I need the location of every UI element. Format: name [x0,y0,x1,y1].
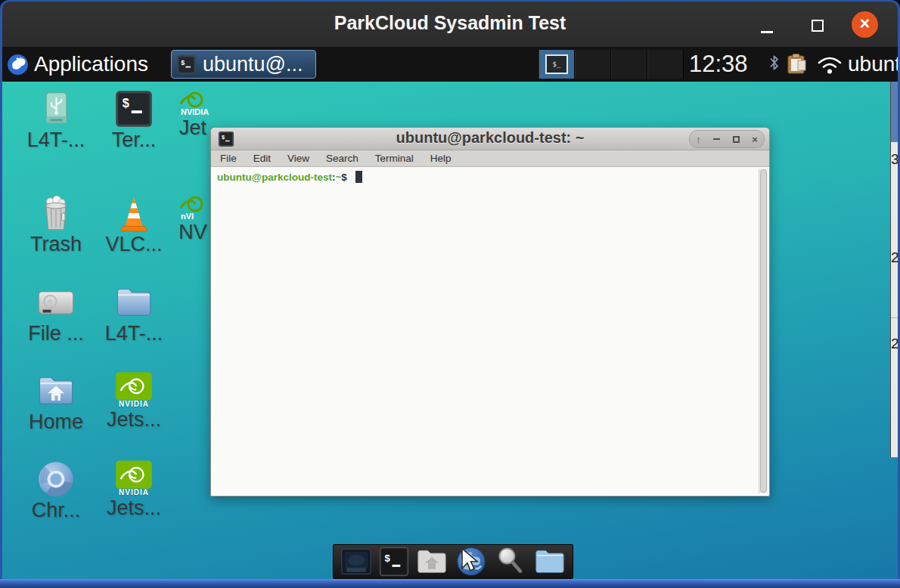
show-desktop-icon[interactable] [340,546,373,577]
menu-view[interactable]: View [287,153,309,164]
menu-file[interactable]: File [220,153,237,164]
svg-text:NVIDIA: NVIDIA [181,107,209,116]
close-button[interactable]: × [852,11,878,38]
terminal-menubar: File Edit View Search Terminal Help [211,150,769,167]
usb-drive-icon [36,89,76,128]
home-folder-icon[interactable] [415,546,448,577]
workspace-3[interactable] [611,50,647,79]
desktop-icon-terminal[interactable]: $ Ter... [95,89,173,152]
desktop-icon-label: Jets... [95,497,173,520]
remote-viewer-window: ParkCloud Sysadmin Test × Applications $ [0,0,900,588]
nvidia-jetson-icon [114,371,154,401]
minimize-button[interactable] [713,138,720,140]
wifi-icon[interactable] [816,55,843,78]
taskbar-button-terminal[interactable]: $ ubuntu@... [171,50,316,79]
svg-text:$: $ [385,552,391,564]
desktop-icon-label: NV [172,221,214,244]
applications-label: Applications [34,52,148,76]
trash-icon [36,193,76,233]
hard-drive-icon [36,283,76,322]
desktop-icon-label: Home [17,410,95,434]
desktop-icon-filesystem[interactable]: File ... [17,283,95,345]
nvidia-wordmark: NVIDIA [95,488,173,497]
applications-menu[interactable]: Applications [7,52,148,76]
edge-window-digit: 2 [891,249,898,266]
desktop-icon-label: File ... [17,322,95,345]
desktop-icon-label: Jets... [95,408,173,432]
nvidia-jetson-icon: NVIDIA [175,89,211,116]
prompt-user-host: ubuntu@parkcloud-test [217,172,332,183]
app-titlebar[interactable]: ParkCloud Sysadmin Test × [2,2,898,47]
desktop-icon-label: L4T-... [95,322,173,345]
terminal-titlebar[interactable]: $ ubuntu@parkcloud-test: ~ ↑ × [211,128,769,150]
desktop-icon-chromium[interactable]: Chr... [17,460,95,522]
distro-logo-icon [7,54,29,76]
bluetooth-icon[interactable] [769,54,779,75]
terminal-scrollbar[interactable] [759,169,768,494]
search-icon[interactable] [494,545,527,578]
vlc-cone-icon [114,193,154,233]
home-folder-icon [36,371,76,410]
dock: $ [333,544,573,579]
edge-window[interactable]: 3 2 2 [890,82,898,457]
desktop-icon-trash[interactable]: Trash [17,193,95,256]
scrollbar-thumb[interactable] [760,169,767,493]
shell-prompt: ubuntu@parkcloud-test:~$ [217,171,362,183]
maximize-button[interactable] [733,136,740,143]
desktop-panel: Applications $ ubuntu@... $_ 12: [2,47,898,82]
edge-window-header [891,82,898,142]
chromium-icon [36,460,76,499]
desktop-icon-jetson-4[interactable]: nVI NV [172,193,214,244]
remote-desktop-screen: Applications $ ubuntu@... $_ 12: [2,47,898,579]
menu-terminal[interactable]: Terminal [375,153,414,164]
menu-help[interactable]: Help [430,153,452,164]
terminal-icon: $ [176,54,197,75]
nvidia-jetson-icon: nVI [175,193,211,221]
desktop-icon-l4t-folder[interactable]: L4T-... [95,283,173,345]
folder-icon [114,283,154,322]
workspace-switcher: $_ [538,50,684,79]
desktop-icon-label: VLC... [95,233,173,256]
nvidia-wordmark: NVIDIA [95,400,173,408]
terminal-content[interactable]: ubuntu@parkcloud-test:~$ [211,167,769,495]
nvidia-jetson-icon [114,460,154,490]
maximize-button[interactable] [812,20,824,32]
edge-window-divider [891,317,898,318]
desktop-icon-jetson-1[interactable]: NVIDIA Jets... [95,371,173,432]
svg-text:$: $ [181,58,185,66]
svg-text:nVI: nVI [181,212,194,221]
workspace-1[interactable]: $_ [538,50,575,79]
desktop-icon-label: L4T-... [17,128,95,152]
minimize-button[interactable] [761,31,773,33]
prompt-symbol: $ [341,172,349,183]
desktop-icon-label: Trash [17,233,95,256]
terminal-icon[interactable]: $ [379,546,409,577]
edge-window-digit: 3 [891,151,898,168]
workspace-4[interactable] [647,50,684,79]
desktop-icon-l4t-usb[interactable]: L4T-... [17,89,95,152]
file-manager-icon[interactable] [533,546,566,577]
menu-edit[interactable]: Edit [253,153,271,164]
taskbar-button-label: ubuntu@... [203,53,303,76]
workspace-window-thumbnail: $_ [545,54,568,74]
terminal-window: $ ubuntu@parkcloud-test: ~ ↑ × File Edit… [210,127,770,497]
desktop-icon-home[interactable]: Home [17,371,95,434]
session-username[interactable]: ubuntu [848,52,898,76]
close-button[interactable]: × [752,135,758,144]
desktop-background: L4T-... Trash [2,82,898,579]
desktop-icon-label: Ter... [95,128,173,152]
desktop-icon-vlc[interactable]: VLC... [95,193,173,256]
desktop-icon-label: Chr... [17,499,95,522]
terminal-window-controls: ↑ × [689,130,765,148]
clipboard-icon[interactable] [786,53,808,78]
text-cursor [355,171,362,183]
panel-clock[interactable]: 12:38 [689,51,748,78]
terminal-icon: $ [114,89,154,128]
mouse-cursor [459,547,482,573]
shade-button[interactable]: ↑ [696,135,701,144]
desktop-icon-jetson-3[interactable]: NVIDIA Jet [172,89,214,140]
menu-search[interactable]: Search [326,153,358,164]
workspace-2[interactable] [575,50,611,79]
desktop-icon-jetson-2[interactable]: NVIDIA Jets... [95,460,173,520]
desktop-icon-label: Jet [172,116,214,140]
